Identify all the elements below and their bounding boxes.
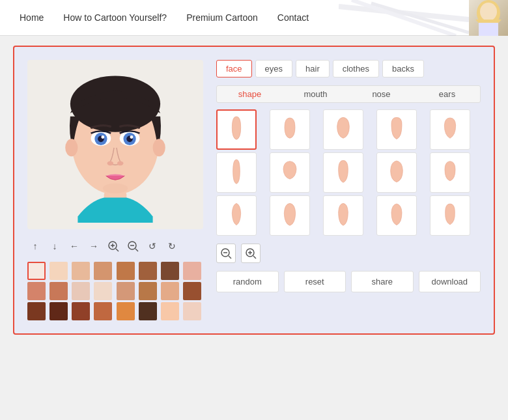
shape-cell-8[interactable] — [323, 152, 363, 193]
svg-line-35 — [253, 256, 256, 259]
color-swatch-18[interactable] — [72, 302, 90, 320]
svg-point-19 — [107, 161, 114, 165]
color-swatch-19[interactable] — [94, 302, 112, 320]
svg-point-21 — [103, 184, 128, 193]
color-swatch-15[interactable] — [183, 282, 201, 300]
svg-point-10 — [153, 139, 165, 156]
redo-button[interactable]: ↻ — [164, 238, 180, 254]
shape-cell-2[interactable] — [270, 109, 310, 150]
cat-tab-face[interactable]: face — [216, 60, 252, 77]
svg-line-25 — [116, 249, 119, 251]
main-container: ↑ ↓ ← → ↺ ↻ faceeyeshairclothesbacks — [0, 36, 508, 344]
color-swatch-6[interactable] — [161, 262, 179, 280]
shape-cell-12[interactable] — [270, 195, 310, 236]
shape-cell-14[interactable] — [376, 195, 417, 236]
shape-cell-3[interactable] — [323, 109, 363, 150]
svg-point-17 — [101, 135, 104, 139]
color-swatch-14[interactable] — [161, 282, 179, 300]
left-panel: ↑ ↓ ← → ↺ ↻ — [27, 60, 203, 320]
color-swatch-5[interactable] — [139, 262, 157, 280]
color-swatch-3[interactable] — [94, 262, 112, 280]
undo-button[interactable]: ↺ — [145, 238, 160, 254]
shape-cell-9[interactable] — [376, 152, 417, 193]
color-swatch-11[interactable] — [94, 282, 112, 300]
reset-button[interactable]: reset — [284, 271, 346, 292]
shape-cell-7[interactable] — [270, 152, 310, 193]
svg-point-18 — [130, 135, 134, 139]
color-swatch-12[interactable] — [117, 282, 135, 300]
color-swatch-13[interactable] — [139, 282, 157, 300]
color-swatch-1[interactable] — [49, 262, 68, 280]
sub-tab-ears[interactable]: ears — [414, 86, 480, 102]
color-swatch-16[interactable] — [27, 302, 46, 320]
zoom-out-ctrl-button[interactable] — [125, 238, 141, 254]
nav-avatar — [469, 0, 508, 36]
zoom-in-button[interactable] — [241, 244, 261, 263]
sub-tab-mouth[interactable]: mouth — [283, 86, 348, 102]
color-swatch-22[interactable] — [161, 302, 179, 320]
nav-decoration — [339, 0, 469, 36]
nav-home[interactable]: Home — [20, 9, 44, 26]
shape-grid — [216, 109, 481, 236]
color-swatch-10[interactable] — [72, 282, 90, 300]
svg-rect-5 — [479, 23, 498, 36]
color-swatch-21[interactable] — [139, 302, 157, 320]
move-down-button[interactable]: ↓ — [47, 238, 63, 254]
color-swatch-4[interactable] — [117, 262, 135, 280]
cat-tab-eyes[interactable]: eyes — [255, 60, 292, 77]
svg-point-9 — [65, 139, 78, 156]
zoom-in-ctrl-button[interactable] — [106, 238, 121, 254]
color-swatch-8[interactable] — [27, 282, 46, 300]
svg-line-31 — [229, 256, 231, 259]
shape-cell-5[interactable] — [430, 109, 470, 150]
shape-cell-15[interactable] — [430, 195, 470, 236]
color-swatch-2[interactable] — [72, 262, 90, 280]
shape-cell-13[interactable] — [323, 195, 363, 236]
cat-tab-hair[interactable]: hair — [296, 60, 330, 77]
cat-tab-clothes[interactable]: clothes — [333, 60, 379, 77]
color-grid — [27, 262, 203, 320]
color-swatch-0[interactable] — [27, 262, 46, 280]
nav-how-to[interactable]: How to Cartoon Yourself? — [63, 9, 167, 26]
svg-point-4 — [480, 3, 497, 21]
shape-cell-10[interactable] — [430, 152, 470, 193]
move-right-button[interactable]: → — [86, 238, 102, 254]
action-row: randomresetsharedownload — [216, 271, 481, 292]
category-tabs: faceeyeshairclothesbacks — [216, 60, 481, 77]
right-panel: faceeyeshairclothesbacks shapemouthnosee… — [216, 60, 481, 320]
move-left-button[interactable]: ← — [66, 238, 82, 254]
shape-cell-1[interactable] — [216, 109, 257, 150]
zoom-out-button[interactable] — [216, 244, 236, 263]
color-swatch-17[interactable] — [49, 302, 68, 320]
sub-tab-nose[interactable]: nose — [348, 86, 414, 102]
color-swatch-9[interactable] — [49, 282, 68, 300]
color-swatch-7[interactable] — [183, 262, 201, 280]
shape-cell-6[interactable] — [216, 152, 257, 193]
color-swatch-23[interactable] — [183, 302, 201, 320]
nav-premium[interactable]: Premium Cartoon — [186, 9, 258, 26]
sub-tab-shape[interactable]: shape — [217, 86, 283, 102]
share-button[interactable]: share — [351, 271, 414, 292]
download-button[interactable]: download — [419, 271, 481, 292]
svg-point-20 — [117, 161, 124, 165]
controls-row: ↑ ↓ ← → ↺ ↻ — [27, 236, 203, 257]
avatar-canvas — [27, 60, 203, 229]
nav-contact[interactable]: Contact — [277, 9, 309, 26]
random-button[interactable]: random — [216, 271, 279, 292]
svg-line-28 — [135, 249, 138, 251]
sub-tabs: shapemouthnoseears — [216, 85, 481, 103]
shape-cell-4[interactable] — [376, 109, 417, 150]
app-box: ↑ ↓ ← → ↺ ↻ faceeyeshairclothesbacks — [13, 46, 495, 335]
move-up-button[interactable]: ↑ — [27, 238, 43, 254]
color-swatch-20[interactable] — [117, 302, 135, 320]
cat-tab-backs[interactable]: backs — [382, 60, 424, 77]
navigation: Home How to Cartoon Yourself? Premium Ca… — [0, 0, 508, 36]
zoom-row — [216, 244, 481, 263]
shape-cell-11[interactable] — [216, 195, 257, 236]
